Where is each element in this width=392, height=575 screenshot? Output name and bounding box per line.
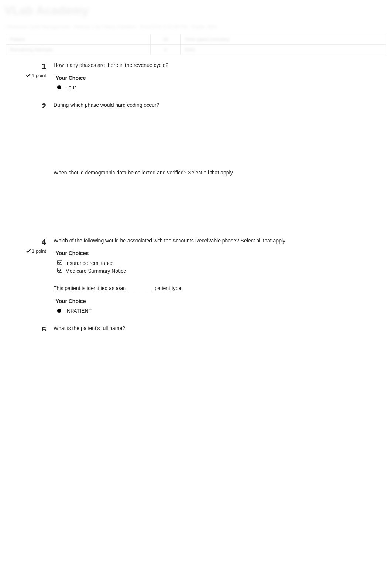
choice-label: Your Choice [56,75,374,81]
question-number: 1 [22,62,46,71]
checkbox-checked-icon [57,268,65,274]
question-number: 6 [22,325,46,331]
choice-text: INPATIENT [65,308,92,314]
question-3: When should demographic data be collecte… [0,164,392,232]
svg-rect-0 [58,260,62,265]
question-text: What is the patient's full name? [54,325,374,332]
points-text: 1 point [32,73,46,78]
check-icon [26,73,31,79]
question-6: 6 What is the patient's full name? [0,320,392,565]
page-title: VLab Academy [0,0,392,21]
question-number: 2 [22,102,46,108]
table-row: Patient 30 Time spent (minutes) [6,34,386,45]
question-text: During which phase would hard coding occ… [54,102,374,109]
question-number: 4 [22,237,46,247]
choice-row: INPATIENT [54,307,374,314]
choice-text: Four [65,85,76,91]
points-text: 1 point [32,248,46,254]
info-cell: Time spent (minutes) [181,34,386,45]
radio-filled-icon [57,85,65,91]
question-points: 1 point [22,73,46,79]
question-text: When should demographic data be collecte… [54,169,374,177]
choice-text: Medicare Summary Notice [65,268,126,274]
choice-row: Medicare Summary Notice [54,267,374,275]
info-cell: 30 [151,34,181,45]
question-2: 2 During which phase would hard coding o… [0,96,392,164]
svg-rect-1 [58,268,62,272]
choice-label: Your Choice [56,298,374,304]
question-text: Which of the following would be associat… [54,237,374,245]
choice-text: Insurance remittance [65,260,114,266]
info-cell: Remaining Attempts [6,45,150,55]
info-cell: 5281 [181,45,386,55]
info-table: Patient 30 Time spent (minutes) Remainin… [6,34,386,55]
check-icon [26,248,31,255]
question-1: 1 1 point How many phases are there in t… [0,57,392,96]
question-text: How many phases are there in the revenue… [54,62,374,69]
question-text: This patient is identified as a/an _____… [54,285,374,292]
choice-row: Insurance remittance [54,259,374,267]
choice-label: Your Choices [56,250,374,256]
info-cell: 0 [151,45,181,55]
info-cell: Patient [6,34,150,45]
radio-filled-icon [57,308,65,314]
choice-row: Four [54,84,374,91]
question-4: 4 1 point Which of the following would b… [0,232,392,280]
table-row: Remaining Attempts 0 5281 [6,45,386,55]
question-5: This patient is identified as a/an _____… [0,280,392,320]
breadcrumb: / Revenue Cycle Management · Attempt 1 b… [0,21,392,33]
checkbox-checked-icon [57,260,65,266]
question-points: 1 point [22,248,46,255]
